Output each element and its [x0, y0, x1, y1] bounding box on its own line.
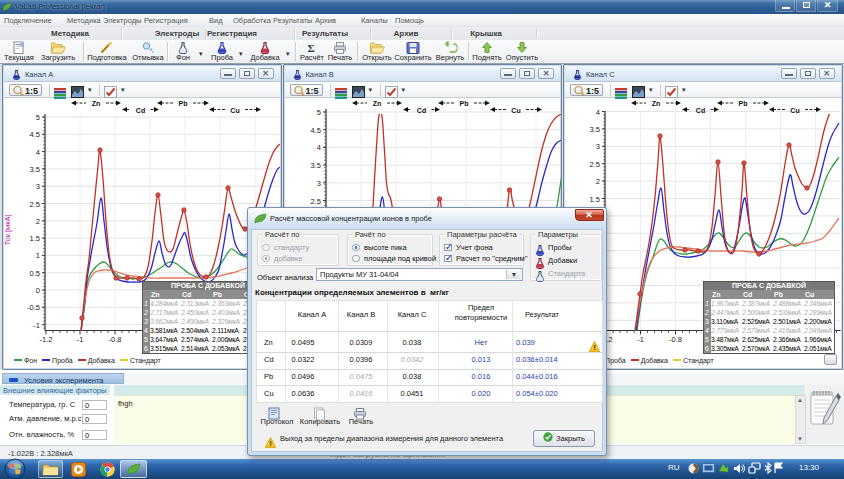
svg-text:-0.8: -0.8	[109, 335, 122, 344]
svg-text:-1: -1	[77, 335, 84, 344]
svg-text:4.5: 4.5	[310, 126, 320, 135]
svg-text:Zn: Zn	[92, 100, 101, 107]
svg-text:2.5: 2.5	[310, 197, 320, 206]
svg-text:3.5: 3.5	[590, 125, 600, 134]
svg-text:4.5: 4.5	[30, 130, 40, 139]
svg-text:Pb: Pb	[459, 100, 468, 107]
svg-text:2.5: 2.5	[30, 200, 40, 209]
svg-text:1: 1	[36, 251, 40, 260]
svg-text:3.5: 3.5	[30, 165, 40, 174]
svg-text:-1: -1	[637, 335, 644, 344]
svg-text:Cu: Cu	[511, 107, 520, 114]
svg-text:-1.2: -1.2	[40, 335, 53, 344]
svg-text:Cd: Cd	[136, 107, 145, 114]
svg-text:-0.8: -0.8	[669, 335, 682, 344]
svg-text:0.5: 0.5	[30, 269, 40, 278]
svg-text:Cd: Cd	[416, 107, 425, 114]
svg-text:Zn: Zn	[372, 100, 381, 107]
svg-text:2.5: 2.5	[590, 160, 600, 169]
svg-text:!: !	[593, 343, 596, 352]
svg-text:Cu: Cu	[230, 107, 239, 114]
svg-text:3: 3	[316, 179, 320, 188]
svg-text:5: 5	[316, 108, 320, 117]
svg-text:4: 4	[36, 148, 40, 157]
svg-text:Pb: Pb	[179, 100, 188, 107]
svg-text:Cd: Cd	[696, 107, 705, 114]
svg-text:Pb: Pb	[739, 100, 748, 107]
svg-text:4: 4	[596, 108, 600, 117]
svg-text:3: 3	[36, 182, 40, 191]
svg-text:Ток [мкА]: Ток [мкА]	[3, 214, 12, 245]
svg-text:1.5: 1.5	[590, 195, 600, 204]
svg-text:-0.5: -0.5	[27, 303, 40, 312]
svg-text:-1: -1	[33, 321, 40, 330]
svg-text:2: 2	[596, 177, 600, 186]
svg-text:Cu: Cu	[790, 107, 799, 114]
svg-text:1.5: 1.5	[30, 234, 40, 243]
svg-text:Zn: Zn	[652, 100, 661, 107]
svg-text:!: !	[269, 439, 272, 448]
svg-text:2: 2	[36, 217, 40, 226]
svg-text:5: 5	[36, 113, 40, 122]
svg-text:3: 3	[596, 142, 600, 151]
svg-text:0: 0	[36, 286, 40, 295]
svg-text:3.5: 3.5	[310, 161, 320, 170]
svg-text:4: 4	[316, 143, 320, 152]
